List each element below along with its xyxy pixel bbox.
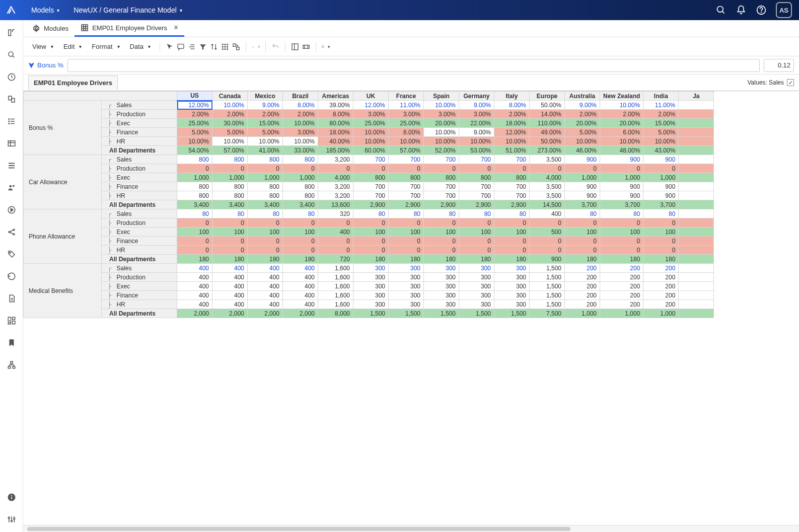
colhdr-US[interactable]: US: [177, 92, 212, 101]
cell[interactable]: 320: [318, 209, 353, 218]
horizontal-scrollbar[interactable]: [23, 525, 799, 532]
cell[interactable]: 25.00%: [389, 119, 424, 128]
cell[interactable]: 8.00%: [389, 128, 424, 137]
colhdr-Italy[interactable]: Italy: [494, 92, 530, 101]
cell[interactable]: 1,500: [530, 264, 565, 273]
cell[interactable]: 80: [283, 209, 318, 218]
cell[interactable]: 400: [248, 291, 283, 300]
rowhdr-Production[interactable]: ├ Production: [102, 218, 177, 227]
cell[interactable]: 300: [353, 264, 389, 273]
cell[interactable]: [679, 246, 714, 255]
cell[interactable]: 3,400: [283, 200, 318, 209]
modules-icon[interactable]: [6, 138, 17, 149]
cell[interactable]: [679, 164, 714, 173]
cell[interactable]: 700: [389, 155, 424, 164]
cell[interactable]: 700: [353, 182, 389, 191]
cell[interactable]: 0: [212, 164, 248, 173]
cell[interactable]: 9.00%: [459, 101, 494, 110]
search-icon[interactable]: [6, 49, 17, 60]
rowhdr-Sales[interactable]: ┌ Sales: [102, 101, 177, 110]
cell[interactable]: 0: [212, 246, 248, 255]
cell[interactable]: 0: [459, 164, 494, 173]
cell[interactable]: 100: [424, 227, 459, 237]
rowhdr-HR[interactable]: ├ HR: [102, 300, 177, 309]
cell[interactable]: 14.00%: [530, 110, 565, 119]
colhdr-India[interactable]: India: [643, 92, 679, 101]
cell[interactable]: 400: [212, 300, 248, 309]
cell[interactable]: 10.00%: [212, 137, 248, 146]
rowgroup-Bonus %[interactable]: Bonus %: [24, 101, 102, 155]
cell[interactable]: 80: [424, 209, 459, 218]
cell[interactable]: 700: [494, 191, 530, 200]
cell[interactable]: 3.00%: [459, 110, 494, 119]
cell[interactable]: 700: [389, 191, 424, 200]
cell[interactable]: 6.00%: [600, 128, 643, 137]
cell[interactable]: 80: [565, 209, 600, 218]
cell[interactable]: 10.00%: [494, 137, 530, 146]
cell[interactable]: [679, 119, 714, 128]
cell[interactable]: 300: [494, 282, 530, 291]
tab-employee-drivers[interactable]: EMP01 Employee Drivers ×: [75, 20, 184, 37]
cell[interactable]: 40.00%: [318, 137, 353, 146]
cell[interactable]: 0: [318, 164, 353, 173]
data-menu[interactable]: Data▾: [126, 41, 155, 52]
cell[interactable]: 180: [389, 255, 424, 264]
cell[interactable]: 800: [283, 191, 318, 200]
cell[interactable]: 300: [353, 282, 389, 291]
cell[interactable]: 700: [459, 182, 494, 191]
cell[interactable]: [679, 273, 714, 282]
cell[interactable]: 100: [177, 227, 212, 237]
rowgroup-Medical Benefits[interactable]: Medical Benefits: [24, 264, 102, 318]
cell[interactable]: [679, 264, 714, 273]
cell[interactable]: 12.00%: [353, 101, 389, 110]
cell[interactable]: 10.00%: [389, 137, 424, 146]
cell[interactable]: 25.00%: [177, 119, 212, 128]
cell[interactable]: 1,000: [248, 173, 283, 182]
cell[interactable]: 3,500: [530, 191, 565, 200]
cell[interactable]: 3,400: [212, 200, 248, 209]
cell[interactable]: 200: [600, 273, 643, 282]
cell[interactable]: [679, 218, 714, 227]
cell[interactable]: 100: [643, 227, 679, 237]
cell[interactable]: 30.00%: [212, 119, 248, 128]
cell[interactable]: 900: [643, 191, 679, 200]
cell[interactable]: 20.00%: [565, 119, 600, 128]
cell[interactable]: 300: [424, 282, 459, 291]
cell[interactable]: 3,500: [530, 155, 565, 164]
cell[interactable]: 3,400: [248, 200, 283, 209]
cell[interactable]: 800: [248, 155, 283, 164]
cell[interactable]: 720: [318, 255, 353, 264]
cell[interactable]: 25.00%: [353, 119, 389, 128]
cell[interactable]: 2.00%: [248, 110, 283, 119]
cell[interactable]: 1,500: [424, 309, 459, 318]
cell[interactable]: 800: [283, 182, 318, 191]
cell[interactable]: 300: [459, 282, 494, 291]
edit-menu[interactable]: Edit▾: [59, 41, 86, 52]
cell[interactable]: 200: [565, 264, 600, 273]
cell[interactable]: 18.00%: [494, 119, 530, 128]
cell[interactable]: 1,500: [530, 300, 565, 309]
cell[interactable]: 50.00%: [530, 137, 565, 146]
cell[interactable]: 2.00%: [283, 110, 318, 119]
cell[interactable]: 400: [212, 282, 248, 291]
cell[interactable]: 2.00%: [177, 110, 212, 119]
cell[interactable]: 2,900: [389, 200, 424, 209]
cell[interactable]: 300: [459, 264, 494, 273]
cell[interactable]: 0: [600, 164, 643, 173]
cell[interactable]: 2.00%: [494, 110, 530, 119]
list-icon[interactable]: [6, 116, 17, 127]
cell[interactable]: 273.00%: [530, 146, 565, 155]
cell[interactable]: 10.00%: [600, 137, 643, 146]
cell[interactable]: 700: [424, 155, 459, 164]
cell[interactable]: 200: [600, 300, 643, 309]
cell[interactable]: 2,000: [177, 309, 212, 318]
rowhdr-Finance[interactable]: ├ Finance: [102, 291, 177, 300]
cell[interactable]: 14,500: [530, 200, 565, 209]
cell[interactable]: 300: [353, 291, 389, 300]
cell[interactable]: 300: [424, 291, 459, 300]
cell[interactable]: 0: [353, 218, 389, 227]
cell[interactable]: 0: [389, 246, 424, 255]
cell[interactable]: 49.00%: [530, 128, 565, 137]
cell[interactable]: 300: [459, 300, 494, 309]
colhdr-France[interactable]: France: [389, 92, 424, 101]
